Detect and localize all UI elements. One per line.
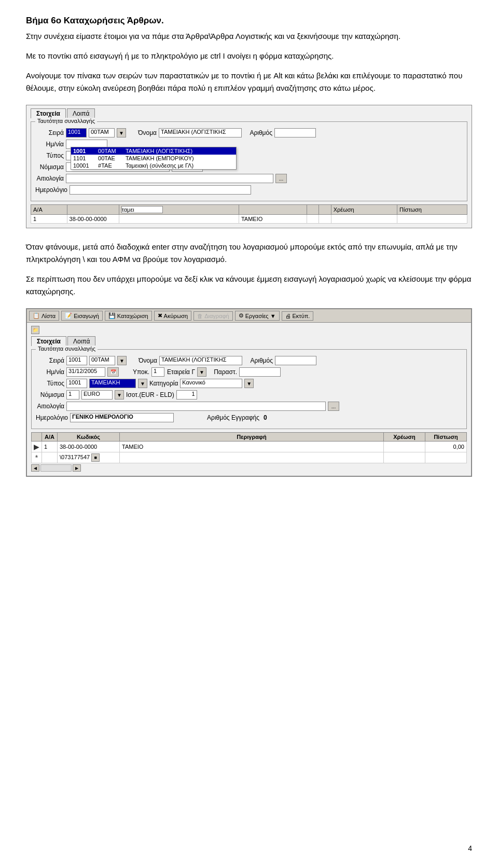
- form2-col-aa: Α/Α: [42, 433, 58, 442]
- form2-row0-aa: 1: [42, 442, 58, 452]
- form1-table-header-tamei: [119, 205, 239, 215]
- form1-table-header-blank4: [319, 205, 331, 215]
- form2-typos-val[interactable]: 1001: [66, 379, 87, 388]
- form2-nomisma-dropdown-btn[interactable]: ▼: [115, 390, 124, 399]
- form1-arithmos-input[interactable]: [274, 128, 316, 137]
- form2-body: 📁 Στοιχεία Λοιπά Ταυτότητα συναλλαγής Σε…: [27, 323, 471, 476]
- form1-seira-input[interactable]: 1001: [66, 128, 87, 137]
- toolbar-ektyp-btn[interactable]: 🖨 Εκτύπ.: [282, 311, 314, 321]
- ergasies-arrow: ▼: [270, 313, 276, 319]
- form2-scroll-left[interactable]: ◀: [31, 464, 39, 472]
- toolbar-ergasies-btn[interactable]: ⚙ Εργασίες ▼: [235, 311, 280, 321]
- form2-arithmos-eng-val: 0: [264, 414, 267, 421]
- form2-nomisma-row: Νόμισμα 1 EURO ▼ Ισοτ.(EUR - ELD) 1: [36, 390, 462, 399]
- form1-seira-dropdown-btn[interactable]: ▼: [117, 128, 126, 137]
- form2-onoma-label: Όνομα: [129, 357, 157, 364]
- form2-aitiol-dots-btn[interactable]: ...: [328, 402, 339, 411]
- form2-scrollbar: ◀ ▶: [31, 464, 467, 472]
- form2-row0-xreosi: [384, 442, 425, 452]
- form1-seira-row: Σειρά 1001 00ΤΑΜ ▼ Όνομα ΤΑΜΕΙΑΚΗ (ΛΟΓΙΣ…: [35, 128, 463, 137]
- form2-arithmos-input[interactable]: [275, 356, 316, 365]
- form2-col-desc: Περιγραφή: [120, 433, 384, 442]
- toolbar-akyros-btn[interactable]: ✖ Ακύρωση: [154, 311, 192, 321]
- form1-hmerologio-input[interactable]: [70, 185, 251, 195]
- form2-nomisma-name[interactable]: EURO: [81, 390, 113, 399]
- toolbar-ektyp-label: Εκτύπ.: [293, 313, 310, 319]
- form2-isot-val[interactable]: 1: [176, 390, 197, 399]
- dropdown-item-0[interactable]: 1001 00ΤΑΜ ΤΑΜΕΙΑΚΗ (ΛΟΓΙΣΤΙΚΗΣ): [71, 147, 236, 155]
- form1-cell-name: ΤΑΜΕΙΟ: [239, 215, 307, 224]
- form2-aitiol-label: Αιτιολογία: [36, 403, 64, 410]
- form2-arithmos-eng-label: Αριθμός Εγγραφής: [207, 414, 259, 421]
- form1-aitiol-row: Αιτιολογία ...: [35, 174, 463, 183]
- dropdown-item-1[interactable]: 1101 00ΤΑΕ ΤΑΜΕΙΑΚΗ (ΕΜΠΟΡΙΚΟΥ): [71, 155, 236, 162]
- toolbar-diagrafi-label: Διαγραφή: [204, 313, 229, 319]
- paragraph-3: Ανοίγουμε τον πίνακα των σειρών των παρα…: [26, 70, 472, 94]
- toolbar-lista-label: Λίστα: [42, 313, 56, 319]
- form2-small-icon[interactable]: 📁: [31, 326, 39, 334]
- form2-col-arrow: [32, 433, 42, 442]
- kataxorisi-icon: 💾: [108, 312, 116, 319]
- dropdown-item-2[interactable]: 10001 #ΤΑΕ Ταμειακή (σύνδεσης με ΓΛ): [71, 162, 236, 169]
- form2-parast-label: Παραστ.: [209, 368, 237, 376]
- form1-tab-loipa[interactable]: Λοιπά: [67, 108, 95, 118]
- form2-seira-code[interactable]: 00ΤΑΜ: [89, 356, 115, 365]
- form2-etairia-dropdown-btn[interactable]: ▼: [197, 367, 206, 377]
- form2-tab-loipa[interactable]: Λοιπά: [67, 336, 95, 346]
- form2-kateg-input[interactable]: Κανονικό: [180, 379, 242, 388]
- form2-toolbar: 📋 Λίστα 📝 Εισαγωγή 💾 Καταχώριση ✖ Ακύρωσ…: [27, 309, 471, 323]
- form1-aitiol-dots-btn[interactable]: ...: [275, 174, 287, 183]
- form2-hmerologio-label: Ημερολόγιο: [36, 414, 68, 421]
- form1-onoma-label: Όνομα: [128, 129, 157, 136]
- toolbar-ergasies-label: Εργασίες: [245, 313, 269, 319]
- form2-tab-stoixeia[interactable]: Στοιχεία: [31, 336, 66, 346]
- form2-onoma-input[interactable]: ΤΑΜΕΙΑΚΗ (ΛΟΓΙΣΤΙΚΗΣ: [159, 356, 242, 365]
- form2-scroll-right[interactable]: ▶: [73, 464, 81, 472]
- form2-table-row-0: ▶ 1 38-00-00-0000 ΤΑΜΕΙΟ 0,00: [32, 442, 467, 452]
- toolbar-kataxorisi-btn[interactable]: 💾 Καταχώριση: [105, 311, 152, 321]
- form1-tabs: Στοιχεία Λοιπά: [31, 108, 467, 118]
- form1-cell-blank2: [307, 215, 319, 224]
- form1-search-input[interactable]: [121, 206, 163, 213]
- form2-isot-label: Ισοτ.(EUR - ELD): [126, 391, 174, 398]
- form2-seira-dropdown-btn[interactable]: ▼: [117, 356, 127, 365]
- form2-etairia-label: Εταιρεία Γ: [167, 368, 195, 376]
- form2-tabs: Στοιχεία Λοιπά: [31, 336, 467, 346]
- form2-date-input[interactable]: 31/12/2005: [66, 367, 105, 377]
- form2-row1-code: \073177547 ■: [58, 452, 120, 463]
- lista-icon: 📋: [33, 312, 40, 319]
- form1-aitiol-input[interactable]: [66, 174, 273, 183]
- form2-typos-label: Τύπος: [36, 380, 64, 387]
- toolbar-eisagogi-btn[interactable]: 📝 Εισαγωγή: [61, 311, 103, 321]
- form2-row1-icon-btn[interactable]: ■: [91, 453, 100, 462]
- form2-col-xreosi: Χρέωση: [384, 433, 425, 442]
- form2-parast-input[interactable]: [239, 367, 281, 377]
- form1-seira-code[interactable]: 00ΤΑΜ: [89, 128, 115, 137]
- form2-calendar-btn[interactable]: 📅: [107, 367, 119, 377]
- form2-row0-pistwsi: 0,00: [425, 442, 467, 452]
- paragraph-1: Στην συνέχεια είμαστε έτοιμοι για να πάμ…: [26, 30, 472, 43]
- form2-typos-name[interactable]: ΤΑΜΕΙΑΚΗ: [89, 379, 136, 388]
- form2-kateg-dropdown-btn[interactable]: ▼: [244, 379, 254, 388]
- form1-group: Ταυτότητα συναλλαγής Σειρά 1001 00ΤΑΜ ▼ …: [31, 121, 467, 201]
- form1-cell-code: 38-00-00-0000: [67, 215, 119, 224]
- form1-cell-pistwsi: [397, 215, 467, 224]
- form1-table-header-pistwsi: Πίστωση: [397, 205, 467, 215]
- form2-typos-dropdown-btn[interactable]: ▼: [138, 379, 147, 388]
- toolbar-diagrafi-btn[interactable]: 🗑 Διαγραφή: [193, 311, 233, 321]
- form2-nomisma-num[interactable]: 1: [66, 390, 79, 399]
- form2-aitiol-input[interactable]: [66, 402, 326, 411]
- form2-group: Ταυτότητα συναλλαγής Σειρά 1001 00ΤΑΜ ▼ …: [31, 349, 467, 429]
- form1-hmerologio-row: Ημερολόγιο: [35, 185, 463, 195]
- toolbar-lista-btn[interactable]: 📋 Λίστα: [29, 311, 59, 321]
- form2-scroll-track[interactable]: [40, 464, 72, 472]
- form1-onoma-input[interactable]: ΤΑΜΕΙΑΚΗ (ΛΟΓΙΣΤΙΚΗΣ: [159, 128, 242, 137]
- form2-hmerologio-input[interactable]: ΓΕΝΙΚΟ ΗΜΕΡΟΛΟΓΙΟ: [70, 413, 174, 422]
- form2-col-code: Κωδικός: [58, 433, 120, 442]
- form2-row1-arrow: *: [32, 452, 42, 463]
- form1-tab-stoixeia[interactable]: Στοιχεία: [31, 108, 66, 118]
- form2-ypok-input[interactable]: 1: [151, 367, 164, 377]
- form2-seira-input[interactable]: 1001: [66, 356, 87, 365]
- form2-seira-row: Σειρά 1001 00ΤΑΜ ▼ Όνομα ΤΑΜΕΙΑΚΗ (ΛΟΓΙΣ…: [36, 356, 462, 365]
- form2-row1-pistwsi: [425, 452, 467, 463]
